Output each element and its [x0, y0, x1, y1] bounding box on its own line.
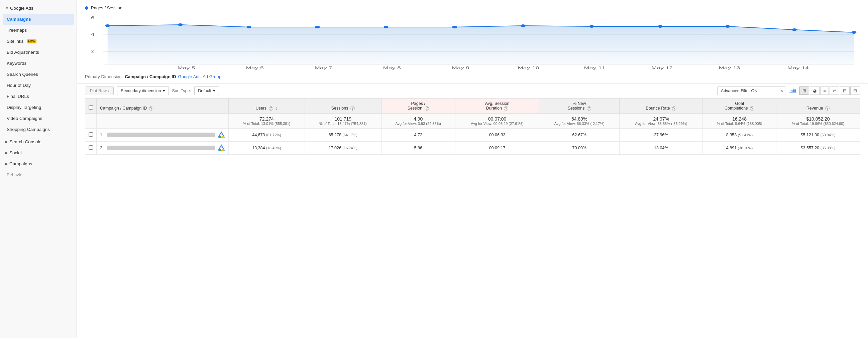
svg-text:May 13: May 13 [718, 66, 740, 70]
view-grid-button[interactable]: ⊞ [800, 87, 809, 95]
header-avg-session: Avg. SessionDuration ? [455, 99, 539, 113]
sidebar-item-sitelinks[interactable]: Sitelinks NEW [0, 36, 76, 47]
sidebar-item-label: Campaigns [7, 17, 31, 22]
svg-point-38 [219, 148, 221, 151]
advanced-filter-input[interactable] [717, 87, 778, 95]
header-users-label: Users [255, 106, 267, 110]
row1-checkbox[interactable] [89, 132, 93, 137]
chart-title: Pages / Session [91, 5, 122, 10]
sidebar-section-campaigns[interactable]: ▶ Campaigns [0, 158, 76, 169]
row1-sessions: 65,278 (64.17%) [305, 129, 381, 142]
total-avg-session: 00:07:00 Avg for View: 00:05:29 (27.61%) [455, 113, 539, 129]
row1-bounce-rate: 27.96% [620, 129, 703, 142]
row1-revenue-value: $5,121.00 [801, 133, 819, 137]
sidebar-item-label: Shopping Campaigns [7, 127, 50, 132]
row1-revenue: $5,121.00 (50.94%) [776, 129, 860, 142]
svg-point-24 [452, 26, 457, 28]
header-users-help-icon[interactable]: ? [269, 106, 273, 110]
sidebar-item-search-queries[interactable]: Search Queries [0, 69, 76, 80]
row1-avg-session: 00:06:33 [455, 129, 539, 142]
main-content: Pages / Session 6 4 2 ... May 5 May 6 Ma… [77, 0, 868, 338]
header-bounce-help-icon[interactable]: ? [672, 106, 676, 110]
sidebar-item-campaigns[interactable]: Campaigns [3, 14, 74, 25]
view-detail-button[interactable]: ⊞ [850, 87, 860, 95]
total-pct-new-sub: Avg for View: 66.33% (-2.17%) [542, 122, 616, 126]
filter-clear-button[interactable]: × [778, 87, 786, 95]
total-bounce-rate: 24.97% Avg for View: 38.58% (-35.29%) [620, 113, 703, 129]
header-avg-session-help-icon[interactable]: ? [504, 106, 508, 110]
svg-text:May 5: May 5 [177, 66, 195, 70]
view-bar-button[interactable]: ≡ [820, 87, 829, 95]
row2-pct-new: 70.00% [539, 142, 620, 155]
total-sessions-value: 101,719 [335, 116, 352, 122]
svg-point-20 [178, 23, 183, 26]
view-pivot-button[interactable]: ⊟ [840, 87, 849, 95]
row2-users-pct: (18.49%) [266, 146, 281, 150]
header-users: Users ? ↓ [228, 99, 305, 113]
row2-users: 13,384 (18.49%) [228, 142, 305, 155]
chevron-icon: ▶ [5, 162, 8, 166]
data-table: Campaign / Campaign ID ? Users ? ↓ Sessi… [85, 98, 860, 155]
view-pie-button[interactable]: ◕ [810, 87, 819, 95]
secondary-dimension-dropdown[interactable]: Secondary dimension ▾ [117, 86, 168, 95]
row2-checkbox[interactable] [89, 145, 93, 149]
edit-link[interactable]: edit [789, 89, 796, 93]
sidebar-section-social[interactable]: ▶ Social [0, 147, 76, 158]
select-all-checkbox[interactable] [89, 105, 93, 109]
row1-pages-session: 4.72 [381, 129, 455, 142]
primary-dimension-link[interactable]: Google Ads: Ad Group [178, 74, 221, 79]
google-ads-icon-2 [218, 144, 225, 151]
svg-point-34 [219, 136, 221, 138]
toolbar-row: Plot Rows Secondary dimension ▾ Sort Typ… [77, 83, 868, 98]
row2-avg-session: 00:09:17 [455, 142, 539, 155]
sort-type-dropdown[interactable]: Default ▾ [194, 86, 219, 95]
chart-dot [85, 6, 88, 10]
svg-text:May 7: May 7 [314, 66, 332, 70]
sidebar-item-behavior[interactable]: Behavior [0, 169, 76, 180]
header-pct-new-help-icon[interactable]: ? [587, 106, 591, 110]
row2-bounce-rate: 13.04% [620, 142, 703, 155]
sidebar-item-keywords[interactable]: Keywords [0, 58, 76, 69]
sidebar-section-search-console[interactable]: ▶ Search Console [0, 136, 76, 147]
header-sessions-help-icon[interactable]: ? [350, 106, 355, 110]
header-campaign: Campaign / Campaign ID ? [97, 99, 229, 113]
row2-campaign-name-blur [107, 146, 215, 150]
sidebar-item-shopping-campaigns[interactable]: Shopping Campaigns [0, 124, 76, 135]
row2-goal-value: 4,891 [726, 146, 737, 150]
sidebar-item-label: Search Queries [7, 72, 38, 77]
view-compare-button[interactable]: ⇌ [830, 87, 839, 95]
secondary-dimension-label: Secondary dimension [121, 89, 161, 93]
svg-text:May 11: May 11 [584, 66, 605, 70]
sidebar-section-label: Search Console [9, 139, 41, 144]
row2-sessions-value: 17,026 [329, 146, 341, 150]
row2-goal-pct: (30.10%) [738, 146, 753, 150]
sidebar: ▼ Google Ads Campaigns Treemaps Sitelink… [0, 0, 77, 338]
sidebar-item-treemaps[interactable]: Treemaps [0, 25, 76, 36]
svg-text:May 9: May 9 [452, 66, 470, 70]
sidebar-item-hour-of-day[interactable]: Hour of Day [0, 80, 76, 91]
header-goal-help-icon[interactable]: ? [750, 106, 754, 110]
row1-goal-value: 8,353 [726, 133, 737, 137]
svg-point-27 [658, 25, 663, 28]
header-bounce-rate-label: Bounce Rate [646, 106, 670, 110]
sidebar-item-video-campaigns[interactable]: Video Campaigns [0, 113, 76, 124]
total-pages-session-value: 4.90 [413, 116, 423, 122]
table-header-row: Campaign / Campaign ID ? Users ? ↓ Sessi… [85, 99, 860, 113]
sidebar-item-final-urls[interactable]: Final URLs [0, 91, 76, 102]
row1-sessions-value: 65,278 [329, 133, 341, 137]
row2-sessions: 17,026 (16.74%) [305, 142, 381, 155]
header-bounce-rate: Bounce Rate ? [620, 99, 703, 113]
header-revenue-help-icon[interactable]: ? [825, 106, 830, 110]
svg-text:May 6: May 6 [246, 66, 264, 70]
sidebar-section-google-ads[interactable]: ▼ Google Ads [0, 3, 76, 14]
plot-rows-button[interactable]: Plot Rows [85, 87, 114, 95]
svg-point-28 [725, 25, 730, 28]
sidebar-item-display-targeting[interactable]: Display Targeting [0, 102, 76, 113]
total-revenue-value: $10,052.20 [806, 116, 830, 122]
header-campaign-help-icon[interactable]: ? [149, 106, 153, 110]
row1-checkbox-cell [85, 129, 97, 142]
header-goal-completions: GoalCompletions ? [703, 99, 776, 113]
sidebar-item-bid-adjustments[interactable]: Bid Adjustments [0, 47, 76, 58]
chevron-icon: ▶ [5, 151, 8, 155]
header-pages-help-icon[interactable]: ? [425, 106, 429, 110]
